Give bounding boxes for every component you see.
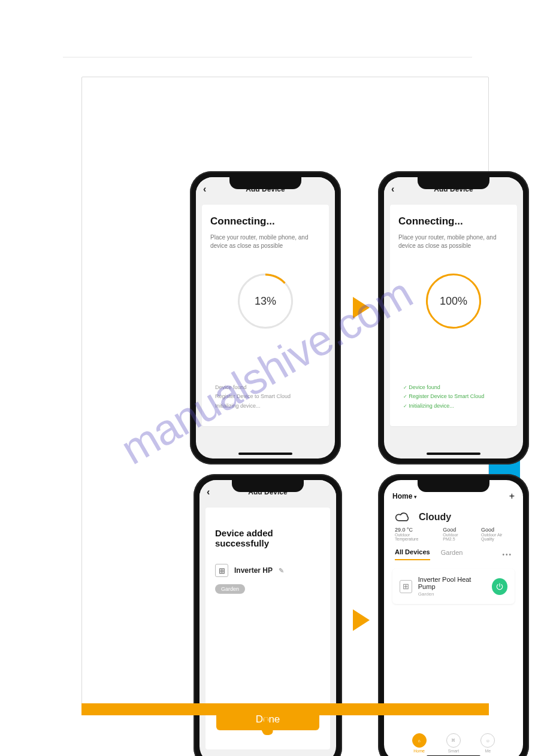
device-room: Garden [418, 591, 486, 597]
tabbar-home[interactable]: ⌂ Home [412, 733, 427, 753]
weather-metrics: 29.0 °C Outdoor Temperature Good Outdoor… [384, 524, 523, 546]
metric-temp-label: Outdoor Temperature [395, 533, 430, 541]
progress-ring: 100% [426, 274, 481, 329]
home-dropdown[interactable]: Home [392, 492, 417, 500]
device-icon [400, 580, 412, 593]
progress-steps: Device found Register Device to Smart Cl… [403, 383, 509, 411]
cloud-icon [395, 511, 412, 523]
back-icon[interactable]: ‹ [391, 184, 394, 195]
step-register-cloud: Register Device to Smart Cloud [403, 392, 509, 401]
edit-icon[interactable]: ✎ [279, 567, 284, 575]
device-name: Inverter Pool Heat Pump [418, 576, 486, 590]
tab-garden[interactable]: Garden [441, 549, 463, 560]
tab-all-devices[interactable]: All Devices [395, 548, 430, 560]
connecting-heading: Connecting... [398, 215, 509, 227]
home-icon: ⌂ [412, 733, 427, 748]
add-icon[interactable]: + [509, 491, 515, 502]
progress-ring: 13% [238, 274, 293, 329]
metric-pm-value: Good [443, 527, 468, 533]
connecting-subtext: Place your router, mobile phone, and dev… [210, 233, 321, 250]
more-icon[interactable]: ••• [502, 551, 512, 558]
device-tabs: All Devices Garden ••• [384, 546, 523, 560]
connecting-subtext: Place your router, mobile phone, and dev… [398, 233, 509, 250]
me-icon: ☺ [480, 733, 495, 748]
success-heading: Device added successfully [215, 528, 321, 548]
home-indicator [238, 453, 292, 455]
tap-hand-icon [260, 716, 276, 736]
back-icon[interactable]: ‹ [203, 184, 206, 195]
flow-arrow-icon [353, 297, 370, 318]
metric-air-value: Good [481, 527, 512, 533]
connecting-card: Connecting... Place your router, mobile … [202, 205, 329, 426]
connecting-heading: Connecting... [210, 215, 321, 227]
flow-arrow-icon [353, 609, 370, 631]
weather-row: Cloudy [384, 505, 523, 524]
step-device-found: Device found [403, 383, 509, 392]
device-row[interactable]: Inverter HP ✎ [215, 564, 321, 577]
home-indicator [427, 453, 480, 455]
step-initializing: Initializing device... [215, 402, 321, 411]
progress-steps: Device found Register Device to Smart Cl… [215, 383, 321, 411]
device-name: Inverter HP [234, 566, 273, 575]
phone-notch [418, 479, 489, 492]
room-chip[interactable]: Garden [215, 584, 245, 594]
phone-mock-connecting-100: ‹ Add Device Connecting... Place your ro… [378, 171, 529, 464]
smart-icon: ⌘ [446, 733, 461, 748]
step-device-found: Device found [215, 383, 321, 392]
illustration-frame: ‹ Add Device Connecting... Place your ro… [81, 77, 489, 706]
bottom-tabbar: ⌂ Home ⌘ Smart ☺ Me [384, 730, 523, 753]
device-card[interactable]: Inverter Pool Heat Pump Garden [392, 569, 515, 604]
progress-percent: 13% [238, 274, 293, 329]
progress-percent: 100% [426, 274, 481, 329]
metric-air-label: Outdoor Air Quality [481, 533, 512, 541]
step-initializing: Initializing device... [403, 402, 509, 411]
power-button[interactable] [492, 578, 507, 595]
page-divider [63, 57, 472, 57]
tabbar-me[interactable]: ☺ Me [480, 733, 495, 753]
device-icon [215, 564, 228, 577]
connecting-card: Connecting... Place your router, mobile … [390, 205, 517, 426]
phone-notch [232, 479, 304, 492]
back-icon[interactable]: ‹ [207, 487, 210, 497]
weather-label: Cloudy [419, 512, 451, 523]
tabbar-smart[interactable]: ⌘ Smart [446, 733, 461, 753]
step-register-cloud: Register Device to Smart Cloud [215, 392, 321, 401]
phone-mock-connecting-13: ‹ Add Device Connecting... Place your ro… [190, 171, 341, 464]
phone-notch [229, 176, 301, 189]
metric-pm-label: Outdoor PM2.5 [443, 533, 468, 541]
phone-notch [418, 176, 489, 189]
footer-accent-bar [81, 703, 489, 715]
metric-temp-value: 29.0 °C [395, 527, 430, 533]
